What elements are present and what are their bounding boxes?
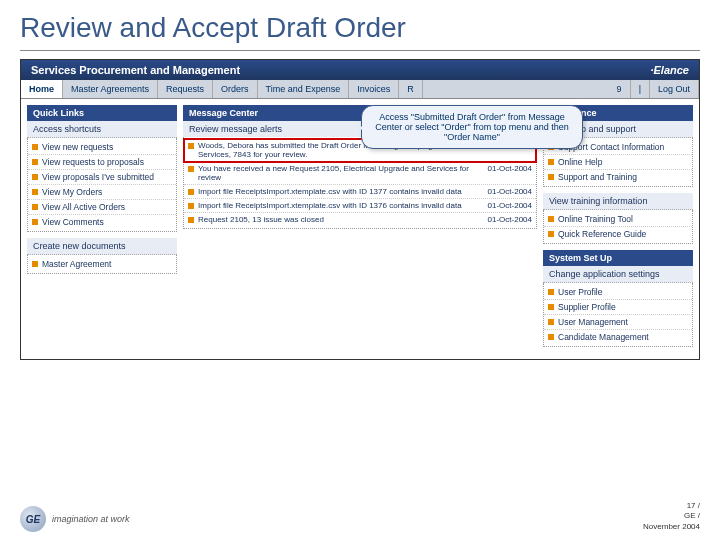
quick-link-item-label: View My Orders bbox=[42, 187, 172, 197]
tab-requests[interactable]: Requests bbox=[158, 80, 213, 98]
tab-bar: HomeMaster AgreementsRequestsOrdersTime … bbox=[21, 80, 699, 99]
bullet-icon bbox=[32, 159, 38, 165]
quick-link-item[interactable]: View All Active Orders bbox=[28, 200, 176, 215]
quick-link-item[interactable]: View new requests bbox=[28, 140, 176, 155]
setup-item[interactable]: User Management bbox=[544, 315, 692, 330]
bullet-icon bbox=[32, 204, 38, 210]
bullet-icon bbox=[32, 174, 38, 180]
message-text: Request 2105, 13 issue was closed bbox=[198, 215, 484, 224]
message-row[interactable]: You have received a new Request 2105, El… bbox=[184, 162, 536, 185]
bullet-icon bbox=[32, 261, 38, 267]
bullet-icon bbox=[188, 143, 194, 149]
bullet-icon bbox=[32, 189, 38, 195]
tab-time-and-expense[interactable]: Time and Expense bbox=[258, 80, 350, 98]
bullet-icon bbox=[548, 334, 554, 340]
quick-links-sub: Access shortcuts bbox=[27, 121, 177, 138]
quick-link-item-label: View proposals I've submitted bbox=[42, 172, 172, 182]
msg-header-label: Message Center bbox=[189, 108, 258, 118]
quick-link-item[interactable]: View requests to proposals bbox=[28, 155, 176, 170]
tab-right-|[interactable]: | bbox=[631, 80, 650, 98]
quick-link-item[interactable]: View proposals I've submitted bbox=[28, 170, 176, 185]
tab-home[interactable]: Home bbox=[21, 80, 63, 98]
content-grid: Quick Links Access shortcuts View new re… bbox=[21, 99, 699, 359]
app-screenshot: Services Procurement and Management ·Ela… bbox=[20, 59, 700, 360]
bullet-icon bbox=[548, 289, 554, 295]
message-row[interactable]: Request 2105, 13 issue was closed01-Oct-… bbox=[184, 213, 536, 226]
assistance-item[interactable]: Online Help bbox=[544, 155, 692, 170]
system-setup-header: System Set Up bbox=[543, 250, 693, 266]
bullet-icon bbox=[548, 231, 554, 237]
bullet-icon bbox=[188, 189, 194, 195]
quick-link-item-label: View requests to proposals bbox=[42, 157, 172, 167]
ge-logo-icon: GE bbox=[20, 506, 46, 532]
bullet-icon bbox=[548, 304, 554, 310]
create-doc-item[interactable]: Master Agreement bbox=[28, 257, 176, 271]
assistance-item-label: Online Help bbox=[558, 157, 688, 167]
message-date: 01-Oct-2004 bbox=[488, 215, 532, 224]
message-date: 01-Oct-2004 bbox=[488, 164, 532, 173]
setup-item-label: User Profile bbox=[558, 287, 688, 297]
setup-item[interactable]: User Profile bbox=[544, 285, 692, 300]
bullet-icon bbox=[32, 219, 38, 225]
quick-links-header: Quick Links bbox=[27, 105, 177, 121]
training-item[interactable]: Quick Reference Guide bbox=[544, 227, 692, 241]
message-date: 01-Oct-2004 bbox=[488, 201, 532, 210]
tab-right-9[interactable]: 9 bbox=[609, 80, 631, 98]
title-rule bbox=[20, 50, 700, 51]
bullet-icon bbox=[188, 203, 194, 209]
ge-tagline: imagination at work bbox=[52, 514, 130, 524]
assistance-item[interactable]: Support and Training bbox=[544, 170, 692, 184]
message-row[interactable]: Import file ReceiptsImport.xtemplate.csv… bbox=[184, 199, 536, 213]
assistance-item-label: Support and Training bbox=[558, 172, 688, 182]
bullet-icon bbox=[188, 166, 194, 172]
slide-footer: GE imagination at work 17 / GE / Novembe… bbox=[20, 501, 700, 532]
quick-link-item-label: View Comments bbox=[42, 217, 172, 227]
footer-date: November 2004 bbox=[643, 522, 700, 532]
training-item-label: Quick Reference Guide bbox=[558, 229, 688, 239]
quick-link-item-label: View new requests bbox=[42, 142, 172, 152]
tab-right-log-out[interactable]: Log Out bbox=[650, 80, 699, 98]
create-docs-header: Create new documents bbox=[27, 238, 177, 255]
message-list: Woods, Debora has submitted the Draft Or… bbox=[183, 137, 537, 229]
setup-item-label: User Management bbox=[558, 317, 688, 327]
system-setup-sub: Change application settings bbox=[543, 266, 693, 283]
ge-logo-block: GE imagination at work bbox=[20, 506, 130, 532]
quick-link-item[interactable]: View Comments bbox=[28, 215, 176, 229]
setup-item-label: Supplier Profile bbox=[558, 302, 688, 312]
footer-meta: 17 / GE / November 2004 bbox=[643, 501, 700, 532]
footer-org: GE / bbox=[643, 511, 700, 521]
create-docs-list: Master Agreement bbox=[27, 255, 177, 274]
message-text: You have received a new Request 2105, El… bbox=[198, 164, 484, 182]
message-text: Import file ReceiptsImport.xtemplate.csv… bbox=[198, 187, 484, 196]
bullet-icon bbox=[548, 174, 554, 180]
quick-links-list: View new requestsView requests to propos… bbox=[27, 138, 177, 232]
message-date: 01-Oct-2004 bbox=[488, 187, 532, 196]
tab-invoices[interactable]: Invoices bbox=[349, 80, 399, 98]
message-row[interactable]: Import file ReceiptsImport.xtemplate.csv… bbox=[184, 185, 536, 199]
quick-link-item[interactable]: View My Orders bbox=[28, 185, 176, 200]
message-text: Import file ReceiptsImport.xtemplate.csv… bbox=[198, 201, 484, 210]
training-item[interactable]: Online Training Tool bbox=[544, 212, 692, 227]
banner-title: Services Procurement and Management bbox=[31, 64, 240, 76]
app-banner: Services Procurement and Management ·Ela… bbox=[21, 60, 699, 80]
training-sub: View training information bbox=[543, 193, 693, 210]
setup-item[interactable]: Supplier Profile bbox=[544, 300, 692, 315]
tab-r[interactable]: R bbox=[399, 80, 423, 98]
left-column: Quick Links Access shortcuts View new re… bbox=[27, 105, 177, 353]
bullet-icon bbox=[32, 144, 38, 150]
footer-page: 17 / bbox=[643, 501, 700, 511]
bullet-icon bbox=[548, 159, 554, 165]
bullet-icon bbox=[548, 216, 554, 222]
tab-orders[interactable]: Orders bbox=[213, 80, 258, 98]
quick-link-item-label: View All Active Orders bbox=[42, 202, 172, 212]
setup-item[interactable]: Candidate Management bbox=[544, 330, 692, 344]
system-setup-list: User ProfileSupplier ProfileUser Managem… bbox=[543, 283, 693, 347]
training-list: Online Training ToolQuick Reference Guid… bbox=[543, 210, 693, 244]
slide-title: Review and Accept Draft Order bbox=[0, 0, 720, 50]
bullet-icon bbox=[548, 319, 554, 325]
setup-item-label: Candidate Management bbox=[558, 332, 688, 342]
banner-vendor: ·Elance bbox=[650, 64, 689, 76]
tab-master-agreements[interactable]: Master Agreements bbox=[63, 80, 158, 98]
instruction-callout: Access "Submitted Draft Order" from Mess… bbox=[361, 105, 583, 149]
create-doc-item-label: Master Agreement bbox=[42, 259, 172, 269]
